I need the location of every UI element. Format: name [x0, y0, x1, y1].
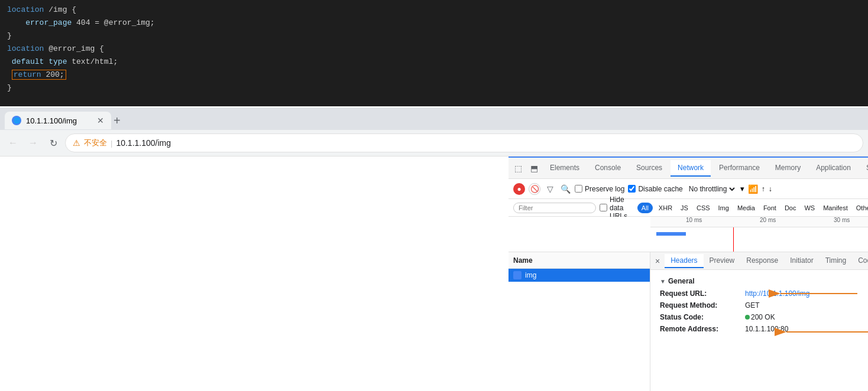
code-line-7: return 200; [7, 69, 861, 82]
filter-type-other[interactable]: Other [854, 204, 868, 212]
details-panel: × Headers Preview Response Initiator Tim… [650, 252, 868, 391]
filter-type-doc[interactable]: Doc [782, 204, 799, 212]
tab-console[interactable]: Console [588, 160, 628, 177]
status-code-label: Status Code: [660, 313, 743, 321]
tab-application[interactable]: Application [809, 160, 858, 177]
clear-button[interactable]: 🚫 [529, 183, 540, 195]
devtools-panel: ⬚ ⬒ Elements Console Sources Network Per… [509, 157, 868, 391]
filter-type-img[interactable]: Img [716, 204, 731, 212]
tab-close-btn[interactable]: ✕ [97, 116, 104, 125]
details-tab-initiator[interactable]: Initiator [784, 254, 819, 268]
request-method-row: Request Method: GET [660, 299, 868, 311]
new-tab-btn[interactable]: + [114, 115, 121, 126]
devtools-device-icon[interactable]: ⬒ [527, 161, 542, 175]
ruler-30ms: 30 ms [834, 217, 850, 223]
ruler-10ms: 10 ms [686, 217, 702, 223]
status-code-row: Status Code: 200 OK [660, 311, 868, 323]
details-tabs: × Headers Preview Response Initiator Tim… [650, 252, 868, 270]
preserve-log-text: Preserve log [585, 185, 624, 193]
throttle-select[interactable]: No throttling Fast 3G Slow 3G [686, 184, 737, 194]
tab-memory[interactable]: Memory [768, 160, 808, 177]
request-method-value: GET [745, 301, 760, 309]
details-tab-preview[interactable]: Preview [704, 254, 741, 268]
network-toolbar: ● 🚫 ▽ 🔍 Preserve log Disable cache No th… [509, 179, 868, 199]
address-separator: | [111, 139, 112, 148]
disable-cache-label[interactable]: Disable cache [628, 185, 682, 193]
file-name-img: img [525, 271, 536, 279]
browser-chrome: 🌐 10.1.1.100/img ✕ + ← → ↻ ⚠ 不安全 | 10.1.… [0, 107, 868, 157]
network-pane: Name img × Headers Preview Response Init… [509, 252, 868, 391]
tab-bar: 🌐 10.1.1.100/img ✕ + [0, 107, 868, 130]
code-line-6: default type text/html; [7, 56, 861, 69]
details-close-btn[interactable]: × [650, 254, 665, 268]
address-text: 10.1.1.100/img [116, 138, 171, 148]
devtools-tab-bar: ⬚ ⬒ Elements Console Sources Network Per… [509, 158, 868, 179]
tab-network[interactable]: Network [671, 160, 711, 177]
filter-type-all[interactable]: All [637, 203, 653, 213]
filter-type-js[interactable]: JS [678, 204, 691, 212]
security-label: 不安全 [84, 138, 107, 148]
file-icon-img [513, 271, 522, 279]
request-url-value: http://10.1.1.100/img [745, 289, 809, 298]
tab-performance[interactable]: Performance [712, 160, 767, 177]
tab-security[interactable]: Security [859, 160, 868, 177]
disable-cache-checkbox[interactable] [628, 185, 636, 193]
filter-button[interactable]: ▽ [544, 183, 556, 195]
disable-cache-text: Disable cache [638, 185, 682, 193]
filter-input[interactable] [513, 203, 596, 213]
timeline-area: 10 ms 20 ms 30 ms 40 ms 50 ms 60 ms 70 m… [509, 217, 868, 252]
request-method-label: Request Method: [660, 301, 743, 309]
filter-type-font[interactable]: Font [761, 204, 779, 212]
search-button[interactable]: 🔍 [559, 183, 571, 195]
code-editor: location /img { error_page 404 = @error_… [0, 0, 868, 107]
tab-sources[interactable]: Sources [629, 160, 669, 177]
security-warning-icon: ⚠ [73, 138, 80, 148]
request-url-row: Request URL: http://10.1.1.100/img [660, 288, 868, 299]
code-line-2: error_page 404 = @error_img; [7, 17, 861, 30]
remote-address-value: 10.1.1.100:80 [745, 325, 788, 333]
devtools-cursor-icon[interactable]: ⬚ [511, 161, 526, 175]
remote-address-label: Remote Address: [660, 325, 743, 333]
timeline-red-line [733, 227, 734, 252]
upload-icon: ↑ [762, 185, 765, 193]
main-layout: ⬚ ⬒ Elements Console Sources Network Per… [0, 157, 868, 391]
file-list: Name img [509, 252, 650, 391]
details-tab-timing[interactable]: Timing [820, 254, 853, 268]
code-line-8: } [7, 82, 861, 95]
hide-data-urls-checkbox[interactable] [600, 204, 607, 211]
general-section-title: General [660, 273, 868, 288]
code-line-5: location @error_img { [7, 43, 861, 56]
forward-button[interactable]: → [25, 135, 41, 151]
tab-elements[interactable]: Elements [543, 160, 587, 177]
filter-type-media[interactable]: Media [735, 204, 757, 212]
download-icon: ↓ [769, 185, 772, 193]
preserve-log-checkbox[interactable] [575, 185, 582, 193]
reload-button[interactable]: ↻ [45, 135, 61, 151]
details-tab-cookies[interactable]: Cookies [852, 254, 868, 268]
filter-type-xhr[interactable]: XHR [656, 204, 675, 212]
browser-tab[interactable]: 🌐 10.1.1.100/img ✕ [5, 112, 111, 129]
file-item-img[interactable]: img [509, 269, 650, 282]
timeline-bar-blue [656, 232, 686, 236]
tab-title: 10.1.1.100/img [26, 116, 77, 125]
preserve-log-label[interactable]: Preserve log [575, 185, 624, 193]
wifi-icon: 📶 [748, 184, 758, 194]
filter-type-css[interactable]: CSS [694, 204, 712, 212]
code-line-3: } [7, 30, 861, 43]
status-dot-green [745, 315, 750, 320]
filter-bar: Hide data URLs All XHR JS CSS Img Media … [509, 199, 868, 217]
status-code-value: 200 OK [745, 313, 775, 321]
filter-type-ws[interactable]: WS [802, 204, 817, 212]
code-line-1: location /img { [7, 4, 861, 17]
name-column-header: Name [513, 256, 533, 265]
details-tab-response[interactable]: Response [740, 254, 784, 268]
record-button[interactable]: ● [513, 183, 525, 195]
filter-type-manifest[interactable]: Manifest [821, 204, 850, 212]
address-bar[interactable]: ⚠ 不安全 | 10.1.1.100/img [65, 133, 863, 152]
details-tab-headers[interactable]: Headers [665, 254, 703, 268]
remote-address-row: Remote Address: 10.1.1.100:80 [660, 323, 868, 335]
back-button[interactable]: ← [5, 135, 21, 151]
general-section: General Request URL: http://10.1.1.100/i… [650, 270, 868, 338]
tab-favicon: 🌐 [12, 116, 21, 125]
browser-content-area [0, 157, 254, 391]
